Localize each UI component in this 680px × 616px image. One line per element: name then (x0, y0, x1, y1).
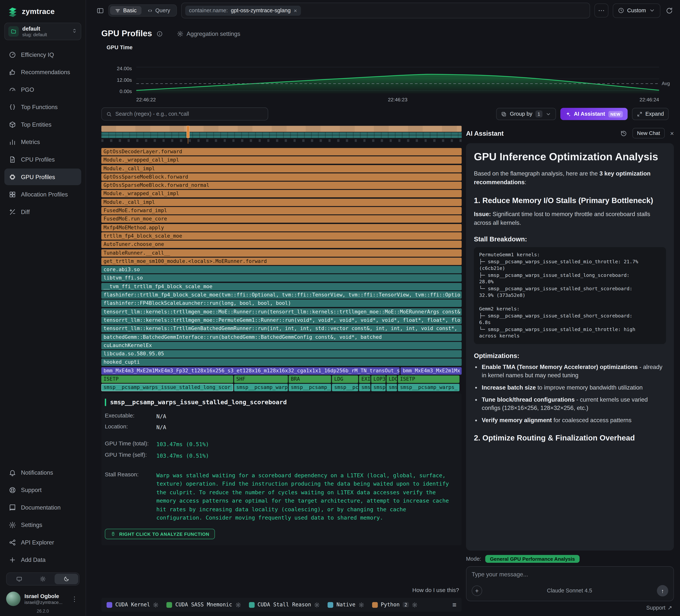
flame-frame[interactable]: GptOssSparseMoeBlock.forward (102, 173, 462, 181)
filter-bar[interactable]: container.name: gpt-oss-zymtrace-sglang … (181, 3, 590, 18)
history-icon[interactable] (620, 130, 627, 137)
tab-query[interactable]: Query (142, 6, 175, 15)
legend-gear-button[interactable] (314, 602, 320, 608)
time-range-selector[interactable]: Custom (613, 3, 660, 18)
flame-frame[interactable]: smsp__pcsamp_ (289, 384, 331, 391)
sidebar-toggle-icon[interactable] (96, 7, 104, 14)
send-button[interactable]: ↑ (657, 585, 668, 596)
flame-frame[interactable]: SHF (234, 376, 288, 383)
search-box[interactable] (102, 107, 268, 120)
mode-badge[interactable]: General GPU Performance Analysis (485, 555, 580, 563)
support-link[interactable]: Support ↗ (466, 601, 674, 612)
flame-frame[interactable]: FusedMoE.run_moe_core (102, 215, 462, 223)
flame-frame[interactable]: bmm_MxE4m3_MxE2m1MxE4m3_Fp32_t128x16x256… (102, 367, 400, 375)
flame-frame[interactable]: Module._call_impl (102, 165, 462, 172)
flame-frame[interactable]: libcuda.so.580.95.05 (102, 350, 462, 358)
sidebar-item-pgo[interactable]: PGO (4, 81, 81, 98)
flame-frame[interactable]: smsp (387, 384, 397, 391)
flame-frame[interactable]: EXIT (359, 376, 370, 383)
expand-button[interactable]: Expand (632, 108, 669, 120)
flame-frame[interactable]: libtvm_ffi.so (102, 274, 462, 282)
theme-dark-button[interactable] (55, 574, 78, 584)
flame-frame[interactable]: GptOssSparseMoeBlock.forward_normal (102, 182, 462, 189)
legend-gear-button[interactable] (412, 602, 418, 608)
sidebar-item-api-explorer[interactable]: API Explorer (4, 534, 81, 551)
workspace-selector[interactable]: default slug: default (4, 23, 81, 40)
group-by-button[interactable]: Group by 1 (496, 108, 556, 120)
search-input[interactable] (115, 111, 263, 117)
flame-frame[interactable]: get_trtllm_moe_sm100_module.<locals>.MoE… (102, 258, 462, 265)
flame-frame[interactable]: Module._wrapped_call_impl (102, 190, 462, 197)
tab-basic[interactable]: Basic (110, 6, 141, 15)
legend-gear-button[interactable] (235, 602, 241, 608)
flame-frame[interactable]: AutoTuner.choose_one (102, 241, 462, 248)
minimap-selection-marker[interactable] (186, 126, 189, 138)
flame-frame[interactable]: GptOssDecoderLayer.forward (102, 148, 462, 155)
flame-frame[interactable]: tensorrt_llm::kernels::trtllmgen_moe::Pe… (102, 317, 462, 324)
sidebar-item-metrics[interactable]: Metrics (4, 134, 81, 150)
chat-input-box[interactable]: + Claude Sonnet 4.5 ↑ (466, 566, 674, 601)
flamegraph-minimap[interactable] (102, 126, 462, 142)
flame-frame[interactable]: batchedGemm::BatchedGemmInterface::run(b… (102, 333, 462, 341)
help-link[interactable]: How do I use this? (412, 587, 459, 593)
filter-chip[interactable]: container.name: gpt-oss-zymtrace-sglang … (185, 5, 301, 16)
aggregation-settings-button[interactable]: Aggregation settings (177, 30, 240, 37)
sidebar-item-diff[interactable]: Diff (4, 203, 81, 220)
brand[interactable]: zymtrace (4, 5, 81, 23)
flame-frame[interactable]: smsp__pc (332, 384, 358, 391)
flame-frame[interactable]: Mxfp4MoEMethod.apply (102, 224, 462, 231)
attach-button[interactable]: + (472, 585, 482, 596)
sidebar-item-settings[interactable]: Settings (4, 517, 81, 533)
flame-frame[interactable]: core.abi3.so (102, 266, 462, 273)
sidebar-item-top-functions[interactable]: Top Functions (4, 99, 81, 115)
more-options-button[interactable]: ⋯ (594, 4, 608, 18)
flame-frame[interactable]: flashinfer::trtllm_fp4_block_scale_moe(t… (102, 291, 462, 299)
flame-frame[interactable]: smsp (371, 384, 386, 391)
sidebar-item-recommendations[interactable]: Recommendations (4, 64, 81, 80)
flame-frame[interactable]: hooked_cupti (102, 359, 462, 366)
sidebar-item-efficiency-iq[interactable]: Efficiency IQ (4, 46, 81, 63)
flame-frame[interactable]: bmm_MxE4m3_MxE2m1Mx (401, 367, 461, 375)
flame-frame[interactable]: Module._wrapped_call_impl (102, 156, 462, 164)
sidebar-item-add-data[interactable]: Add Data (4, 552, 81, 568)
user-profile[interactable]: Israel Ogbole israel@zymtrace... ⋮ (4, 588, 81, 608)
chat-message-input[interactable] (472, 571, 668, 578)
sidebar-item-top-entities[interactable]: Top Entities (4, 116, 81, 133)
flame-frame[interactable]: smsp__pcsamp_warps_ (398, 384, 459, 391)
flame-frame[interactable]: tensorrt_llm::kernels::TrtllmGenBatchedG… (102, 325, 462, 332)
theme-light-button[interactable] (31, 574, 55, 584)
refresh-button[interactable] (665, 6, 674, 15)
sidebar-item-cpu-profiles[interactable]: CPU Profiles (4, 151, 81, 168)
sidebar-item-notifications[interactable]: Notifications (4, 464, 81, 481)
remove-filter-icon[interactable]: × (294, 7, 297, 14)
flame-frame[interactable]: FusedMoE.forward_impl (102, 207, 462, 214)
legend-gear-button[interactable] (153, 602, 159, 608)
flame-frame[interactable]: LOP3 (371, 376, 386, 383)
flame-frame[interactable]: smsp__pcsamp_warps (234, 384, 288, 391)
sidebar-item-allocation-profiles[interactable]: Allocation Profiles (4, 186, 81, 203)
ai-assistant-button[interactable]: AI Assistant NEW (560, 108, 627, 120)
sidebar-item-gpu-profiles[interactable]: GPU Profiles (4, 169, 81, 185)
analyze-function-button[interactable]: RIGHT CLICK TO ANALYZE FUNCTION (105, 529, 215, 539)
flame-frame[interactable]: ISETP (398, 376, 459, 383)
flame-frame[interactable]: BRA (289, 376, 331, 383)
sidebar-item-documentation[interactable]: Documentation (4, 499, 81, 516)
sidebar-item-support[interactable]: Support (4, 481, 81, 498)
flame-frame[interactable]: TunableRunner.__call__ (102, 249, 462, 257)
flame-frame[interactable]: ISETP (102, 376, 233, 383)
flame-frame[interactable]: Module._call_impl (102, 199, 462, 206)
kebab-menu-icon[interactable]: ⋮ (69, 595, 80, 603)
flame-frame[interactable]: trtllm_fp4_block_scale_moe (102, 232, 462, 240)
theme-system-button[interactable] (7, 574, 31, 584)
close-icon[interactable]: × (670, 129, 674, 137)
flame-frame[interactable]: LDC (387, 376, 397, 383)
new-chat-button[interactable]: New Chat (632, 128, 665, 139)
flame-frame[interactable]: flashinfer::FP4BlockScaleLauncher::run(l… (102, 300, 462, 307)
info-icon[interactable] (157, 30, 163, 37)
flame-frame[interactable]: smsp (359, 384, 370, 391)
legend-menu-icon[interactable]: ≡ (453, 601, 456, 609)
legend-gear-button[interactable] (359, 602, 364, 608)
flame-frame[interactable]: tensorrt_llm::kernels::trtllmgen_moe::Mo… (102, 308, 462, 315)
flame-frame[interactable]: smsp__pcsamp_warps_issue_stalled_long_sc… (102, 384, 233, 391)
flame-frame[interactable]: __tvm_ffi_trtllm_fp4_block_scale_moe (102, 283, 462, 290)
